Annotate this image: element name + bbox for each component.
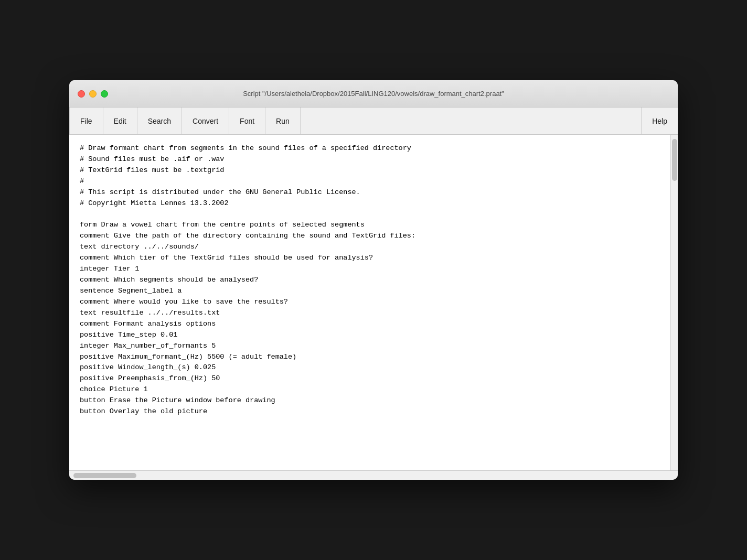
vertical-scrollbar[interactable] bbox=[670, 135, 678, 470]
close-button[interactable] bbox=[78, 90, 85, 98]
traffic-lights bbox=[78, 90, 108, 98]
scrollbar-thumb[interactable] bbox=[672, 139, 677, 181]
menu-font[interactable]: Font bbox=[229, 107, 265, 134]
maximize-button[interactable] bbox=[101, 90, 108, 98]
menu-edit[interactable]: Edit bbox=[103, 107, 137, 134]
menu-run[interactable]: Run bbox=[265, 107, 301, 134]
horizontal-scrollbar-thumb[interactable] bbox=[73, 473, 136, 478]
minimize-button[interactable] bbox=[89, 90, 97, 98]
menu-spacer bbox=[301, 107, 641, 134]
menu-file[interactable]: File bbox=[69, 107, 103, 134]
main-window: Script "/Users/aletheia/Dropbox/2015Fall… bbox=[69, 80, 678, 480]
menu-search[interactable]: Search bbox=[137, 107, 182, 134]
window-title: Script "/Users/aletheia/Dropbox/2015Fall… bbox=[243, 90, 504, 98]
title-bar: Script "/Users/aletheia/Dropbox/2015Fall… bbox=[69, 80, 678, 107]
menu-bar: File Edit Search Convert Font Run Help bbox=[69, 107, 678, 135]
code-editor[interactable]: # Draw formant chart from segments in th… bbox=[69, 135, 670, 470]
menu-help[interactable]: Help bbox=[641, 107, 678, 134]
menu-convert[interactable]: Convert bbox=[182, 107, 229, 134]
bottom-bar bbox=[69, 470, 678, 480]
content-area: # Draw formant chart from segments in th… bbox=[69, 135, 678, 470]
